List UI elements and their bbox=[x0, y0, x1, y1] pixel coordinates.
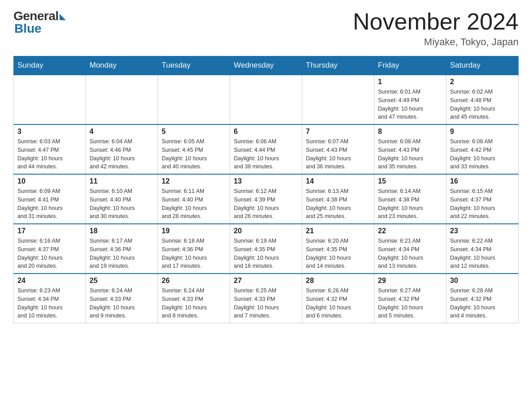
day-number: 3 bbox=[17, 128, 82, 136]
day-info: Sunrise: 6:10 AM Sunset: 4:40 PM Dayligh… bbox=[90, 187, 154, 221]
calendar-cell bbox=[230, 75, 302, 124]
week-row-2: 3Sunrise: 6:03 AM Sunset: 4:47 PM Daylig… bbox=[14, 124, 519, 174]
day-info: Sunrise: 6:09 AM Sunset: 4:41 PM Dayligh… bbox=[17, 187, 82, 221]
day-number: 26 bbox=[162, 277, 226, 285]
week-row-3: 10Sunrise: 6:09 AM Sunset: 4:41 PM Dayli… bbox=[14, 174, 519, 224]
day-number: 20 bbox=[234, 227, 298, 235]
calendar-cell: 18Sunrise: 6:17 AM Sunset: 4:36 PM Dayli… bbox=[86, 224, 158, 274]
calendar-cell: 30Sunrise: 6:28 AM Sunset: 4:32 PM Dayli… bbox=[446, 274, 519, 323]
day-info: Sunrise: 6:27 AM Sunset: 4:32 PM Dayligh… bbox=[378, 287, 442, 320]
day-info: Sunrise: 6:23 AM Sunset: 4:34 PM Dayligh… bbox=[17, 287, 82, 320]
day-number: 4 bbox=[90, 128, 154, 136]
day-info: Sunrise: 6:06 AM Sunset: 4:44 PM Dayligh… bbox=[234, 137, 298, 171]
title-block: November 2024 Miyake, Tokyo, Japan bbox=[353, 9, 519, 48]
calendar-cell: 26Sunrise: 6:24 AM Sunset: 4:33 PM Dayli… bbox=[158, 274, 230, 323]
calendar-cell: 20Sunrise: 6:19 AM Sunset: 4:35 PM Dayli… bbox=[230, 224, 302, 274]
day-info: Sunrise: 6:22 AM Sunset: 4:34 PM Dayligh… bbox=[450, 237, 515, 270]
calendar-cell: 28Sunrise: 6:26 AM Sunset: 4:32 PM Dayli… bbox=[302, 274, 374, 323]
day-number: 27 bbox=[234, 277, 298, 285]
weekday-header-wednesday: Wednesday bbox=[230, 56, 302, 75]
day-info: Sunrise: 6:01 AM Sunset: 4:49 PM Dayligh… bbox=[378, 88, 442, 121]
weekday-header-row: SundayMondayTuesdayWednesdayThursdayFrid… bbox=[14, 56, 519, 75]
day-number: 14 bbox=[306, 177, 370, 185]
calendar-cell: 5Sunrise: 6:05 AM Sunset: 4:45 PM Daylig… bbox=[158, 124, 230, 174]
day-info: Sunrise: 6:26 AM Sunset: 4:32 PM Dayligh… bbox=[306, 287, 370, 320]
day-info: Sunrise: 6:14 AM Sunset: 4:38 PM Dayligh… bbox=[378, 187, 442, 221]
day-number: 6 bbox=[234, 128, 298, 136]
calendar-cell: 12Sunrise: 6:11 AM Sunset: 4:40 PM Dayli… bbox=[158, 174, 230, 224]
calendar-cell: 27Sunrise: 6:25 AM Sunset: 4:33 PM Dayli… bbox=[230, 274, 302, 323]
day-info: Sunrise: 6:11 AM Sunset: 4:40 PM Dayligh… bbox=[162, 187, 226, 221]
day-info: Sunrise: 6:20 AM Sunset: 4:35 PM Dayligh… bbox=[306, 237, 370, 270]
week-row-4: 17Sunrise: 6:16 AM Sunset: 4:37 PM Dayli… bbox=[14, 224, 519, 274]
day-info: Sunrise: 6:18 AM Sunset: 4:36 PM Dayligh… bbox=[162, 237, 226, 270]
calendar-cell: 13Sunrise: 6:12 AM Sunset: 4:39 PM Dayli… bbox=[230, 174, 302, 224]
calendar-cell: 21Sunrise: 6:20 AM Sunset: 4:35 PM Dayli… bbox=[302, 224, 374, 274]
weekday-header-saturday: Saturday bbox=[446, 56, 519, 75]
location-text: Miyake, Tokyo, Japan bbox=[353, 36, 519, 48]
day-info: Sunrise: 6:08 AM Sunset: 4:42 PM Dayligh… bbox=[450, 137, 515, 171]
day-number: 15 bbox=[378, 177, 442, 185]
day-info: Sunrise: 6:24 AM Sunset: 4:33 PM Dayligh… bbox=[162, 287, 226, 320]
day-number: 22 bbox=[378, 227, 442, 235]
calendar-cell: 10Sunrise: 6:09 AM Sunset: 4:41 PM Dayli… bbox=[14, 174, 86, 224]
day-number: 12 bbox=[162, 177, 226, 185]
day-info: Sunrise: 6:28 AM Sunset: 4:32 PM Dayligh… bbox=[450, 287, 515, 320]
day-number: 30 bbox=[450, 277, 515, 285]
calendar-cell: 6Sunrise: 6:06 AM Sunset: 4:44 PM Daylig… bbox=[230, 124, 302, 174]
calendar-cell: 24Sunrise: 6:23 AM Sunset: 4:34 PM Dayli… bbox=[14, 274, 86, 323]
day-info: Sunrise: 6:03 AM Sunset: 4:47 PM Dayligh… bbox=[17, 137, 82, 171]
weekday-header-monday: Monday bbox=[86, 56, 158, 75]
calendar-cell: 11Sunrise: 6:10 AM Sunset: 4:40 PM Dayli… bbox=[86, 174, 158, 224]
calendar-cell: 15Sunrise: 6:14 AM Sunset: 4:38 PM Dayli… bbox=[374, 174, 446, 224]
weekday-header-tuesday: Tuesday bbox=[158, 56, 230, 75]
calendar-cell: 2Sunrise: 6:02 AM Sunset: 4:48 PM Daylig… bbox=[446, 75, 519, 124]
day-info: Sunrise: 6:02 AM Sunset: 4:48 PM Dayligh… bbox=[450, 88, 515, 121]
day-number: 18 bbox=[90, 227, 154, 235]
calendar-cell: 4Sunrise: 6:04 AM Sunset: 4:46 PM Daylig… bbox=[86, 124, 158, 174]
weekday-header-sunday: Sunday bbox=[14, 56, 86, 75]
day-number: 10 bbox=[17, 177, 82, 185]
day-info: Sunrise: 6:05 AM Sunset: 4:45 PM Dayligh… bbox=[162, 137, 226, 171]
calendar-cell bbox=[302, 75, 374, 124]
calendar-cell: 1Sunrise: 6:01 AM Sunset: 4:49 PM Daylig… bbox=[374, 75, 446, 124]
day-number: 25 bbox=[90, 277, 154, 285]
day-number: 9 bbox=[450, 128, 515, 136]
day-number: 29 bbox=[378, 277, 442, 285]
page-header: General Blue November 2024 Miyake, Tokyo… bbox=[13, 9, 519, 48]
calendar-cell: 29Sunrise: 6:27 AM Sunset: 4:32 PM Dayli… bbox=[374, 274, 446, 323]
logo-triangle-icon bbox=[60, 14, 66, 20]
logo: General Blue bbox=[13, 9, 66, 36]
week-row-5: 24Sunrise: 6:23 AM Sunset: 4:34 PM Dayli… bbox=[14, 274, 519, 323]
calendar-cell: 9Sunrise: 6:08 AM Sunset: 4:42 PM Daylig… bbox=[446, 124, 519, 174]
calendar-cell: 17Sunrise: 6:16 AM Sunset: 4:37 PM Dayli… bbox=[14, 224, 86, 274]
weekday-header-thursday: Thursday bbox=[302, 56, 374, 75]
day-number: 8 bbox=[378, 128, 442, 136]
day-number: 17 bbox=[17, 227, 82, 235]
day-info: Sunrise: 6:08 AM Sunset: 4:43 PM Dayligh… bbox=[378, 137, 442, 171]
calendar-cell bbox=[86, 75, 158, 124]
week-row-1: 1Sunrise: 6:01 AM Sunset: 4:49 PM Daylig… bbox=[14, 75, 519, 124]
day-info: Sunrise: 6:16 AM Sunset: 4:37 PM Dayligh… bbox=[17, 237, 82, 270]
day-info: Sunrise: 6:21 AM Sunset: 4:34 PM Dayligh… bbox=[378, 237, 442, 270]
calendar-cell: 25Sunrise: 6:24 AM Sunset: 4:33 PM Dayli… bbox=[86, 274, 158, 323]
calendar-cell: 14Sunrise: 6:13 AM Sunset: 4:38 PM Dayli… bbox=[302, 174, 374, 224]
day-number: 13 bbox=[234, 177, 298, 185]
day-info: Sunrise: 6:24 AM Sunset: 4:33 PM Dayligh… bbox=[90, 287, 154, 320]
calendar-cell bbox=[158, 75, 230, 124]
day-number: 16 bbox=[450, 177, 515, 185]
calendar-table: SundayMondayTuesdayWednesdayThursdayFrid… bbox=[13, 56, 519, 323]
calendar-cell: 8Sunrise: 6:08 AM Sunset: 4:43 PM Daylig… bbox=[374, 124, 446, 174]
day-info: Sunrise: 6:17 AM Sunset: 4:36 PM Dayligh… bbox=[90, 237, 154, 270]
day-number: 19 bbox=[162, 227, 226, 235]
calendar-cell: 23Sunrise: 6:22 AM Sunset: 4:34 PM Dayli… bbox=[446, 224, 519, 274]
calendar-cell: 3Sunrise: 6:03 AM Sunset: 4:47 PM Daylig… bbox=[14, 124, 86, 174]
day-number: 28 bbox=[306, 277, 370, 285]
calendar-cell bbox=[14, 75, 86, 124]
day-number: 1 bbox=[378, 78, 442, 86]
day-number: 21 bbox=[306, 227, 370, 235]
day-info: Sunrise: 6:12 AM Sunset: 4:39 PM Dayligh… bbox=[234, 187, 298, 221]
day-info: Sunrise: 6:07 AM Sunset: 4:43 PM Dayligh… bbox=[306, 137, 370, 171]
calendar-cell: 19Sunrise: 6:18 AM Sunset: 4:36 PM Dayli… bbox=[158, 224, 230, 274]
weekday-header-friday: Friday bbox=[374, 56, 446, 75]
